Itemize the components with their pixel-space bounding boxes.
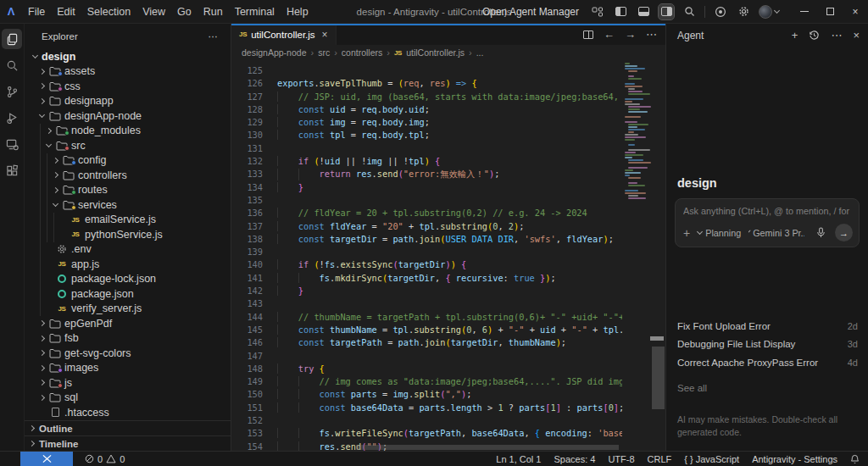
toggle-panel-icon[interactable] [636, 4, 651, 19]
breadcrumb-item[interactable]: controllers [342, 47, 382, 58]
status-item-utf-8[interactable]: UTF-8 [608, 454, 634, 464]
search-view-icon[interactable] [2, 55, 22, 75]
code-line-149[interactable]: 149 // img comes as "data:image/jpeg;bas… [231, 376, 622, 389]
code-line-132[interactable]: 132 if (!uid || !img || !tpl) { [231, 156, 622, 169]
agent-model-dropdown[interactable]: Gemini 3 Pr... [748, 228, 804, 238]
sidebar-section-timeline[interactable]: Timeline [25, 435, 231, 451]
status-item-ln-1-col-1[interactable]: Ln 1, Col 1 [496, 454, 541, 464]
code-line-135[interactable]: 135 [231, 195, 622, 208]
code-line-147[interactable]: 147 [231, 351, 622, 363]
code-line-140[interactable]: 140 if (!fs.existsSync(targetDir)) { [231, 259, 622, 272]
tree-item-assets[interactable]: assets [25, 64, 231, 80]
sidebar-section-outline[interactable]: Outline [25, 420, 231, 435]
menu-selection[interactable]: Selection [81, 6, 136, 18]
breadcrumb-item[interactable]: src [318, 47, 330, 58]
agent-history-icon[interactable] [809, 30, 820, 41]
menu-terminal[interactable]: Terminal [229, 6, 281, 18]
tree-item-services[interactable]: services [25, 197, 231, 213]
tree-item--env[interactable]: .env [25, 242, 231, 258]
code-line-151[interactable]: 151 const base64Data = parts.length > 1 … [231, 402, 622, 415]
agent-new-icon[interactable]: + [792, 29, 798, 42]
code-line-148[interactable]: 148 try { [231, 363, 622, 376]
tree-item-js[interactable]: js [25, 375, 231, 391]
code-line-146[interactable]: 146 const targetPath = path.join(targetD… [231, 337, 622, 350]
tree-item-css[interactable]: css [25, 79, 231, 94]
code-line-137[interactable]: 137 const fldYear = "20" + tpl.substring… [231, 221, 622, 234]
menu-go[interactable]: Go [171, 6, 198, 18]
tree-item--htaccess[interactable]: .htaccess [25, 405, 231, 420]
history-item[interactable]: Fix Font Upload Error2d [677, 317, 858, 336]
code-line-136[interactable]: 136 // fldYear = 20 + tpl.substring(0,2)… [231, 208, 622, 220]
history-item[interactable]: Debugging File List Display3d [677, 336, 858, 354]
status-item-spaces-4[interactable]: Spaces: 4 [554, 454, 595, 464]
menu-help[interactable]: Help [281, 6, 314, 18]
explorer-more-actions-icon[interactable]: ⋯ [209, 31, 220, 42]
vertical-scrollbar[interactable] [652, 347, 665, 409]
status-item--javascript[interactable]: { } JavaScript [684, 454, 739, 464]
problems-indicator[interactable]: 0 0 [85, 454, 125, 464]
tree-item-epgenpdf[interactable]: epGenPdf [25, 316, 231, 331]
toggle-secondary-sidebar-icon[interactable] [659, 4, 674, 19]
agent-more-actions-icon[interactable]: ⋯ [831, 29, 842, 42]
send-button[interactable]: → [835, 224, 853, 241]
menu-file[interactable]: File [22, 6, 51, 18]
agent-attach-icon[interactable]: + [683, 226, 690, 240]
tree-item-package-json[interactable]: package.json [25, 286, 231, 302]
tree-item-images[interactable]: images [25, 361, 231, 376]
tab-close-icon[interactable]: × [322, 29, 328, 41]
breadcrumb-item[interactable]: designApp-node [242, 47, 306, 58]
code-line-133[interactable]: 133 return res.send("error:無效輸入！"); [231, 169, 622, 181]
window-minimize-button[interactable] [792, 0, 817, 24]
notifications-bell-icon[interactable] [850, 454, 860, 464]
tree-item-get-svg-colors[interactable]: get-svg-colors [25, 346, 231, 361]
settings-gear-icon[interactable] [736, 4, 751, 19]
code-line-143[interactable]: 143 [231, 298, 622, 311]
run-debug-icon[interactable] [2, 108, 22, 128]
explorer-icon[interactable] [2, 29, 22, 49]
code-line-139[interactable]: 139 [231, 247, 622, 259]
tree-item-src[interactable]: src [25, 138, 231, 153]
tree-item-designapp[interactable]: designapp [25, 94, 231, 109]
code-line-141[interactable]: 141 fs.mkdirSync(targetDir, { recursive:… [231, 273, 622, 286]
window-maximize-button[interactable] [817, 0, 843, 24]
menu-edit[interactable]: Edit [51, 6, 81, 18]
window-close-button[interactable]: × [843, 0, 868, 24]
tree-item-pythonservice-js[interactable]: JSpythonService.js [25, 227, 231, 242]
code-line-131[interactable]: 131 [231, 143, 622, 156]
code-editor[interactable]: 125126exports.saveTplThumb = (req, res) … [231, 60, 665, 451]
code-line-129[interactable]: 129 const img = req.body.img; [231, 117, 622, 130]
code-line-128[interactable]: 128 const uid = req.body.uid; [231, 104, 622, 117]
agent-status-icon[interactable] [713, 4, 728, 19]
tree-item-verify-server-js[interactable]: JSverify_server.js [25, 302, 231, 317]
tree-item-emailservice-js[interactable]: JSemailService.js [25, 213, 231, 228]
code-line-134[interactable]: 134 } [231, 182, 622, 195]
status-item-crlf[interactable]: CRLF [648, 454, 672, 464]
code-line-126[interactable]: 126exports.saveTplThumb = (req, res) => … [231, 78, 622, 91]
navigate-forward-icon[interactable]: → [625, 28, 636, 41]
code-line-145[interactable]: 145 const thumbName = tpl.substring(0, 6… [231, 325, 622, 337]
tree-item-app-js[interactable]: JSapp.js [25, 257, 231, 272]
agent-close-icon[interactable]: × [853, 29, 860, 42]
remote-explorer-icon[interactable] [2, 134, 22, 154]
tree-item-routes[interactable]: routes [25, 183, 231, 198]
menu-run[interactable]: Run [198, 6, 229, 18]
split-editor-icon[interactable] [583, 31, 593, 39]
tree-item-fsb[interactable]: fsb [25, 331, 231, 347]
customize-layout-icon[interactable] [590, 4, 605, 19]
agent-mode-dropdown[interactable]: Planning [698, 228, 741, 238]
minimap[interactable] [623, 63, 649, 451]
account-menu[interactable] [759, 5, 779, 19]
code-line-150[interactable]: 150 const parts = img.split(","); [231, 389, 622, 402]
tree-item-package-lock-json[interactable]: package-lock.json [25, 272, 231, 287]
code-line-125[interactable]: 125 [231, 65, 622, 78]
code-line-142[interactable]: 142 } [231, 286, 622, 298]
navigate-back-icon[interactable]: ← [604, 28, 615, 41]
code-line-152[interactable]: 152 [231, 415, 622, 428]
remote-indicator[interactable] [20, 452, 73, 466]
tree-item-designapp-node[interactable]: designApp-node [25, 108, 231, 124]
code-line-144[interactable]: 144 // thumbName = targetPath + tpl.subs… [231, 312, 622, 325]
source-control-icon[interactable] [2, 81, 22, 102]
tree-item-controllers[interactable]: controllers [25, 168, 231, 183]
breadcrumb-item[interactable]: ... [476, 47, 484, 58]
code-line-153[interactable]: 153 fs.writeFileSync(targetPath, base64D… [231, 428, 622, 441]
